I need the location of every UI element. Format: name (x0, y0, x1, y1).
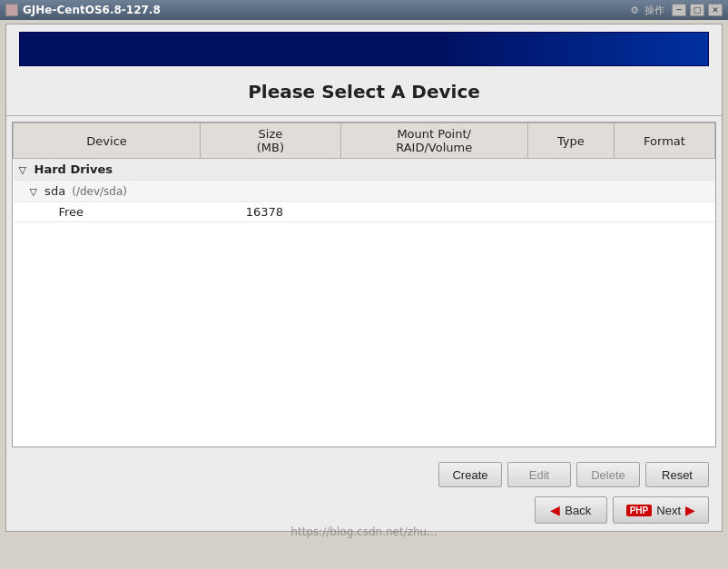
partition-mount (340, 202, 527, 222)
page-title-section: Please Select A Device (6, 66, 722, 116)
footer: Create Edit Delete Reset ◀ Back PHP Next… (6, 453, 722, 531)
device-expand-icon: ▽ (30, 186, 37, 198)
next-label: Next (656, 504, 681, 517)
top-banner (19, 32, 709, 66)
table-header-row: Device Size(MB) Mount Point/RAID/Volume … (14, 123, 715, 159)
titlebar-title: GJHe-CentOS6.8-127.8 (23, 4, 161, 16)
main-window: Please Select A Device Device Size(MB) M… (5, 24, 723, 532)
minimize-button[interactable]: ─ (672, 4, 686, 16)
col-size: Size(MB) (201, 123, 340, 159)
partition-size: 16378 (201, 202, 340, 222)
device-table-container[interactable]: Device Size(MB) Mount Point/RAID/Volume … (12, 122, 716, 447)
create-button[interactable]: Create (438, 462, 502, 487)
edit-button[interactable]: Edit (507, 462, 571, 487)
col-device: Device (14, 123, 201, 159)
partition-type (527, 202, 614, 222)
col-format: Format (614, 123, 714, 159)
back-label: Back (565, 504, 591, 517)
php-badge: PHP (626, 505, 653, 516)
partition-name: Free (14, 202, 201, 222)
operations-label: 操作 (644, 4, 664, 17)
next-arrow-icon: ▶ (685, 503, 695, 517)
device-table: Device Size(MB) Mount Point/RAID/Volume … (13, 123, 715, 222)
action-button-row: Create Edit Delete Reset (14, 458, 714, 491)
section-expand-icon: ▽ (19, 164, 26, 176)
col-mount: Mount Point/RAID/Volume (340, 123, 527, 159)
device-name: sda (44, 184, 65, 198)
titlebar-controls: ⚙ 操作 ─ □ ✕ (630, 4, 723, 17)
settings-icon: ⚙ (630, 5, 639, 16)
next-button[interactable]: PHP Next ▶ (613, 496, 709, 524)
partition-format (614, 202, 714, 222)
titlebar: GJHe-CentOS6.8-127.8 ⚙ 操作 ─ □ ✕ (0, 0, 728, 20)
section-hard-drives[interactable]: ▽ Hard Drives (14, 159, 715, 181)
app-icon (5, 4, 18, 16)
close-button[interactable]: ✕ (708, 4, 723, 16)
delete-button[interactable]: Delete (576, 462, 640, 487)
section-label: Hard Drives (34, 162, 113, 176)
col-type: Type (527, 123, 614, 159)
nav-button-row: ◀ Back PHP Next ▶ (14, 495, 714, 527)
back-button[interactable]: ◀ Back (535, 496, 607, 524)
device-path: (/dev/sda) (72, 185, 127, 198)
maximize-button[interactable]: □ (690, 4, 704, 16)
back-arrow-icon: ◀ (550, 503, 560, 517)
table-row-free[interactable]: Free 16378 (14, 202, 715, 222)
device-row-sda[interactable]: ▽ sda (/dev/sda) (14, 181, 715, 202)
page-title: Please Select A Device (6, 81, 722, 103)
reset-button[interactable]: Reset (645, 462, 709, 487)
